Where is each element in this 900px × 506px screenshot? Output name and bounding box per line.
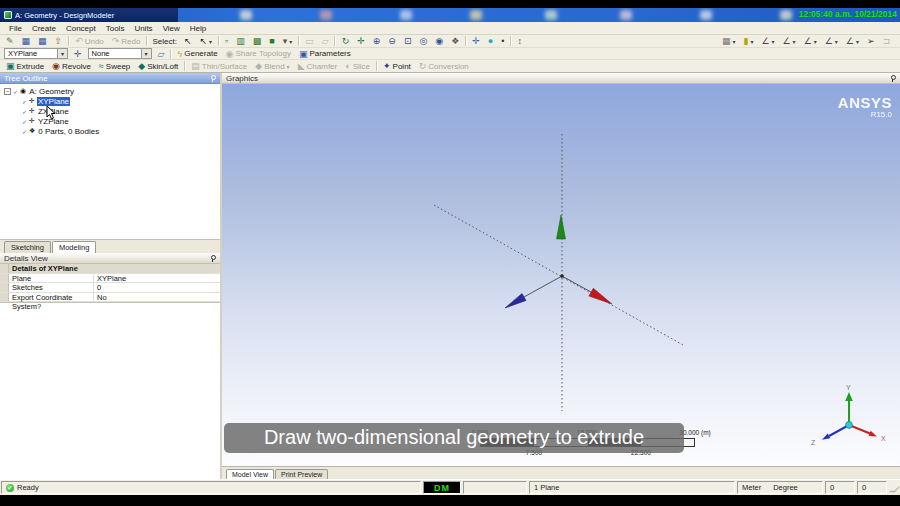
slice-button[interactable]: ◐Slice xyxy=(341,61,374,72)
tree-item-zxplane[interactable]: ✓ ✛ ZXPlane xyxy=(0,106,220,116)
tab-modeling[interactable]: Modeling xyxy=(52,241,96,253)
pin-icon[interactable] xyxy=(209,74,216,82)
redo-button[interactable]: ↷Redo xyxy=(108,36,145,47)
save-icon[interactable]: ▦ xyxy=(18,36,35,47)
tree-outline-header: Tree Outline xyxy=(0,73,220,84)
tab-sketching[interactable]: Sketching xyxy=(4,241,51,253)
dot-icon[interactable]: • xyxy=(497,36,508,47)
active-sketch-combo[interactable]: None ▾ xyxy=(88,48,152,59)
select-cursor-icon[interactable]: ↖ xyxy=(180,36,196,47)
menu-help[interactable]: Help xyxy=(185,24,211,33)
tree-item-label: 0 Parts, 0 Bodies xyxy=(37,127,100,136)
resize-grip[interactable] xyxy=(888,480,900,495)
chevron-down-icon[interactable]: ▾ xyxy=(57,49,67,58)
menu-units[interactable]: Units xyxy=(129,24,157,33)
detail-value[interactable]: No xyxy=(94,293,220,302)
generate-button[interactable]: ϟGenerate xyxy=(173,48,221,59)
detail-value[interactable]: 0 xyxy=(94,283,220,292)
status-units: Meter Degree xyxy=(737,481,823,494)
graphics-panel: Graphics ANSYS R15.0 xyxy=(222,73,900,479)
status-unit-length: Meter xyxy=(742,483,761,492)
menu-tools[interactable]: Tools xyxy=(101,24,130,33)
active-plane-combo[interactable]: XYPlane ▾ xyxy=(4,48,68,59)
menu-file[interactable]: File xyxy=(4,24,27,33)
graphics-viewport[interactable]: ANSYS R15.0 Y xyxy=(222,84,900,466)
comment-icon[interactable]: ⊐ xyxy=(878,36,894,47)
import-icon[interactable]: ⇧ xyxy=(51,36,67,47)
magnifier-icon[interactable]: ◉ xyxy=(431,36,447,47)
graphics-title: Graphics xyxy=(226,74,258,83)
check-icon: ✓ xyxy=(13,88,18,95)
annotation-icon-5[interactable]: ∠▾ xyxy=(842,36,863,47)
select-mode-icon[interactable]: ↖▾ xyxy=(195,36,216,47)
sweep-button[interactable]: ≈Sweep xyxy=(95,61,134,72)
skin-loft-button[interactable]: ◆Skin/Loft xyxy=(134,61,182,72)
display-model-icon[interactable]: ▦▾ xyxy=(718,36,740,47)
pin-icon[interactable] xyxy=(209,254,216,262)
filter-face-icon[interactable]: ▩ xyxy=(249,36,266,47)
annotation-icon-1[interactable]: ∠▾ xyxy=(757,36,778,47)
new-sketch-button-icon[interactable]: ▱ xyxy=(154,48,169,59)
blend-button[interactable]: ◆Blend▾ xyxy=(251,61,293,72)
detail-label: Export Coordinate System? xyxy=(9,293,94,302)
look-at-icon[interactable]: ✛ xyxy=(468,36,484,47)
point-button[interactable]: ✦Point xyxy=(379,61,415,72)
tree-item-parts-bodies[interactable]: ✓ ❖ 0 Parts, 0 Bodies xyxy=(0,126,220,136)
share-topology-button[interactable]: ◉Share Topology xyxy=(222,48,295,59)
app-icon xyxy=(4,11,12,19)
chamfer-button[interactable]: ◣Chamfer xyxy=(294,61,342,72)
box-select-icon[interactable]: ▭ xyxy=(301,36,318,47)
lasso-select-icon[interactable]: ▱ xyxy=(318,36,333,47)
details-collapse-gutter[interactable] xyxy=(0,264,9,273)
conversion-button[interactable]: ↻Conversion xyxy=(415,61,473,72)
filter-vertex-icon[interactable]: ▫ xyxy=(221,36,232,47)
pin-icon[interactable] xyxy=(889,74,896,82)
tab-print-preview[interactable]: Print Preview xyxy=(275,469,328,479)
chevron-down-icon[interactable]: ▾ xyxy=(141,49,151,58)
menu-create[interactable]: Create xyxy=(27,24,61,33)
sphere-icon[interactable]: ● xyxy=(484,36,497,47)
annotation-icon-3[interactable]: ∠▾ xyxy=(800,36,821,47)
tree-item-yzplane[interactable]: ✓ ✛ YZPlane xyxy=(0,116,220,126)
save-as-icon[interactable]: ▦ xyxy=(34,36,51,47)
annotation-icon-2[interactable]: ∠▾ xyxy=(779,36,800,47)
letterbox-top xyxy=(0,0,900,8)
zoom-fit-icon[interactable]: ◎ xyxy=(415,36,431,47)
tree-item-geometry[interactable]: − ✓ ◉ A: Geometry xyxy=(0,86,220,96)
toolbar-separator xyxy=(333,36,338,47)
ready-check-icon: ✔ xyxy=(6,484,14,492)
parameters-button[interactable]: ▣Parameters xyxy=(295,48,355,59)
detail-value[interactable]: XYPlane xyxy=(94,274,220,283)
extrude-button[interactable]: ▣Extrude xyxy=(2,61,48,72)
active-sketch-value: None xyxy=(89,49,141,58)
viewports-icon[interactable]: ❖ xyxy=(447,36,463,47)
thin-surface-button[interactable]: ▤Thin/Surface xyxy=(187,61,251,72)
detail-row-plane: Plane XYPlane xyxy=(0,274,220,284)
menu-view[interactable]: View xyxy=(158,24,185,33)
status-blank xyxy=(463,481,527,494)
revolve-button[interactable]: ◉Revolve xyxy=(48,61,95,72)
undo-button[interactable]: ↶Undo xyxy=(71,36,108,47)
filter-body-icon[interactable]: ■ xyxy=(265,36,278,47)
display-points-icon[interactable]: ↕ xyxy=(513,36,526,47)
pan-icon[interactable]: ✛ xyxy=(353,36,369,47)
view-triad[interactable]: Y X Z xyxy=(222,84,898,466)
new-sketch-icon[interactable]: ✎ xyxy=(2,36,18,47)
menu-concept[interactable]: Concept xyxy=(61,24,101,33)
display-plane-icon[interactable]: ▮▾ xyxy=(739,36,757,47)
expander-icon[interactable]: − xyxy=(4,88,11,95)
filter-extend-icon[interactable]: ▾▾ xyxy=(279,36,297,47)
zoom-in-icon[interactable]: ⊕ xyxy=(369,36,385,47)
annotation-icon-4[interactable]: ∠▾ xyxy=(821,36,842,47)
tree-item-label: XYPlane xyxy=(37,97,70,106)
new-plane-icon[interactable]: ✛ xyxy=(70,48,86,59)
details-view-title: Details View xyxy=(4,254,48,263)
filter-edge-icon[interactable]: ▥ xyxy=(232,36,249,47)
desktop-icon-blob xyxy=(780,10,792,20)
rotate-icon[interactable]: ↻ xyxy=(338,36,354,47)
tag-icon[interactable]: ➢ xyxy=(863,36,879,47)
box-zoom-icon[interactable]: ⊡ xyxy=(400,36,416,47)
tree-item-xyplane[interactable]: ✓ ✛ XYPlane xyxy=(0,96,220,106)
tab-model-view[interactable]: Model View xyxy=(226,469,274,479)
zoom-out-icon[interactable]: ⊖ xyxy=(384,36,400,47)
